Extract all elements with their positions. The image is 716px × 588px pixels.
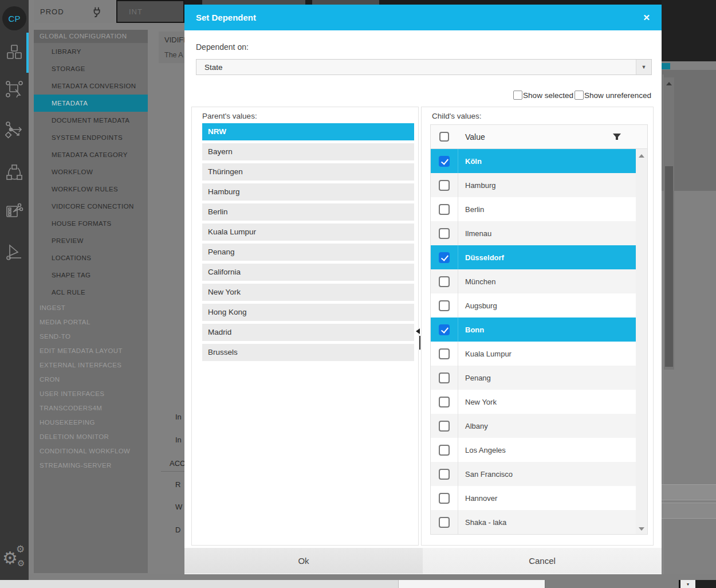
child-value-row[interactable]: Kuala Lumpur	[431, 342, 647, 366]
parent-value-item[interactable]: NRW	[202, 123, 414, 140]
network-pointer-icon[interactable]	[5, 80, 23, 99]
child-value-row[interactable]: Hannover	[431, 486, 647, 510]
menu-item-vidicore-connection[interactable]: VIDICORE CONNECTION	[34, 198, 148, 215]
checked-checkbox[interactable]	[439, 252, 450, 263]
menu-group-global-configuration[interactable]: GLOBAL CONFIGURATION	[34, 30, 148, 43]
unchecked-checkbox[interactable]	[439, 180, 450, 191]
unchecked-checkbox[interactable]	[439, 493, 450, 504]
menu-group-send-to[interactable]: SEND-TO	[34, 330, 148, 344]
menu-group-conditional-workflow[interactable]: CONDITIONAL WORKFLOW	[34, 444, 148, 458]
menu-group-housekeeping[interactable]: HOUSEKEEPING	[34, 415, 148, 430]
checked-checkbox[interactable]	[439, 156, 450, 167]
child-value-row[interactable]: Berlin	[431, 197, 647, 221]
menu-item-preview[interactable]: PREVIEW	[34, 232, 148, 249]
unchecked-checkbox[interactable]	[439, 228, 450, 239]
child-value-row[interactable]: Düsseldorf	[431, 245, 647, 269]
unchecked-checkbox[interactable]	[439, 397, 450, 407]
menu-item-library[interactable]: LIBRARY	[34, 43, 148, 60]
export-play-icon[interactable]	[5, 243, 23, 261]
workflow-branch-icon[interactable]	[5, 120, 23, 139]
settings-gears-icon[interactable]: ⚙ ⚙ ⚙	[2, 543, 27, 574]
parent-value-item[interactable]: Brussels	[202, 344, 414, 361]
background-scrollbar[interactable]	[664, 77, 674, 370]
filter-funnel-icon[interactable]	[612, 132, 621, 142]
menu-group-edit-metadata-layout[interactable]: EDIT METADATA LAYOUT	[34, 344, 148, 358]
child-value-row[interactable]: Penang	[431, 366, 647, 390]
show-selected-checkbox[interactable]	[513, 91, 522, 100]
menu-item-system-endpoints[interactable]: SYSTEM ENDPOINTS	[34, 129, 148, 146]
unchecked-checkbox[interactable]	[439, 348, 450, 359]
menu-item-workflow-rules[interactable]: WORKFLOW RULES	[34, 181, 148, 198]
parent-value-item[interactable]: California	[202, 264, 414, 281]
child-list-scrollbar[interactable]	[636, 149, 647, 534]
cp-logo[interactable]: CP	[2, 6, 26, 30]
menu-item-house-formats[interactable]: HOUSE FORMATS	[34, 215, 148, 232]
menu-group-user-interfaces[interactable]: USER INTERFACES	[34, 387, 148, 401]
child-value-row[interactable]: New York	[431, 390, 647, 414]
parent-value-item[interactable]: Berlin	[202, 203, 414, 221]
close-icon[interactable]: ✕	[643, 13, 650, 23]
assets-cubes-icon[interactable]	[5, 43, 23, 61]
child-value-row[interactable]: Albany	[431, 414, 647, 438]
child-value-row[interactable]: Bonn	[431, 317, 647, 342]
child-value-row[interactable]: Augsburg	[431, 293, 647, 317]
cancel-button[interactable]: Cancel	[423, 548, 662, 574]
scroll-up-icon[interactable]	[666, 82, 672, 85]
menu-group-streaming-server[interactable]: STREAMING-SERVER	[34, 458, 148, 473]
menu-item-shape-tag[interactable]: SHAPE TAG	[34, 266, 148, 284]
background-dropdown-button[interactable]: ▾	[680, 580, 695, 588]
checked-checkbox[interactable]	[439, 324, 450, 335]
child-value-row[interactable]: Shaka - laka	[431, 510, 647, 534]
menu-group-media-portal[interactable]: MEDIA PORTAL	[34, 315, 148, 330]
unchecked-checkbox[interactable]	[439, 373, 450, 383]
parent-value-item[interactable]: Hamburg	[202, 183, 414, 201]
menu-group-transcoders4m[interactable]: TRANSCODERS4M	[34, 401, 148, 415]
unchecked-checkbox[interactable]	[439, 445, 450, 456]
background-partial-label: D	[175, 526, 180, 534]
child-value-row[interactable]: Hamburg	[431, 173, 647, 197]
menu-group-ingest[interactable]: INGEST	[34, 301, 148, 315]
chevron-down-icon: ▾	[687, 582, 689, 587]
unchecked-checkbox[interactable]	[439, 469, 450, 480]
parent-value-item[interactable]: Madrid	[202, 324, 414, 341]
tab-int[interactable]: INT	[116, 0, 184, 23]
parent-value-item[interactable]: Thüringen	[202, 163, 414, 181]
unchecked-checkbox[interactable]	[439, 276, 450, 287]
select-all-checkbox[interactable]	[439, 132, 449, 142]
parent-value-item[interactable]: Kuala Lumpur	[202, 224, 414, 241]
dependent-on-select[interactable]: State ▼	[196, 59, 652, 75]
menu-group-external-interfaces[interactable]: EXTERNAL INTERFACES	[34, 358, 148, 373]
menu-group-cron[interactable]: CRON	[34, 373, 148, 387]
ok-button[interactable]: Ok	[184, 548, 423, 574]
tab-prod[interactable]: PROD	[34, 0, 115, 23]
media-edit-icon[interactable]	[5, 202, 23, 220]
menu-item-acl-rule[interactable]: ACL RULE	[34, 284, 148, 301]
parent-value-item[interactable]: Penang	[202, 244, 414, 261]
menu-item-metadata[interactable]: METADATA	[34, 95, 148, 112]
child-value-row[interactable]: München	[431, 269, 647, 293]
menu-item-metadata-category[interactable]: METADATA CATEGORY	[34, 146, 148, 163]
menu-group-deletion-monitor[interactable]: DELETION MONITOR	[34, 430, 148, 444]
scrollbar-thumb[interactable]	[665, 166, 673, 367]
menu-item-workflow[interactable]: WORKFLOW	[34, 163, 148, 181]
unchecked-checkbox[interactable]	[439, 421, 450, 432]
menu-item-document-metadata[interactable]: DOCUMENT METADATA	[34, 112, 148, 129]
scroll-down-icon[interactable]	[639, 527, 644, 531]
child-value-row[interactable]: Los Angeles	[431, 438, 647, 462]
parent-value-item[interactable]: New York	[202, 284, 414, 301]
unchecked-checkbox[interactable]	[439, 204, 450, 215]
recycle-icon[interactable]	[5, 163, 23, 182]
child-value-row[interactable]: Ilmenau	[431, 221, 647, 245]
show-unreferenced-checkbox[interactable]	[575, 91, 584, 100]
menu-item-storage[interactable]: STORAGE	[34, 60, 148, 77]
unchecked-checkbox[interactable]	[439, 300, 450, 311]
scroll-up-icon[interactable]	[639, 154, 644, 158]
menu-item-metadata-conversion[interactable]: METADATA CONVERSION	[34, 77, 148, 95]
child-value-row[interactable]: Köln	[431, 149, 647, 173]
background-info-panel: VIDIFL The A	[159, 32, 184, 63]
menu-item-locations[interactable]: LOCATIONS	[34, 249, 148, 266]
child-value-row[interactable]: San Francisco	[431, 462, 647, 486]
unchecked-checkbox[interactable]	[439, 517, 450, 528]
parent-value-item[interactable]: Hong Kong	[202, 304, 414, 321]
parent-value-item[interactable]: Bayern	[202, 143, 414, 160]
